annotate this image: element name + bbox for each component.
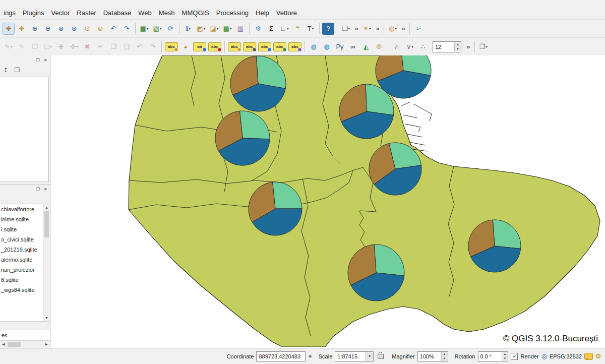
magnifier-spin[interactable]: 100% ▲▼ — [417, 351, 448, 361]
panel-collapse-icon[interactable]: ↥ — [1, 66, 10, 75]
menu-item-ings[interactable]: ings — [0, 8, 19, 18]
list-item[interactable]: alermo.sqlite — [0, 255, 43, 265]
field-calculator-icon[interactable]: ▥ — [234, 23, 247, 35]
toolbar2-overflow-icon[interactable]: » — [465, 41, 472, 53]
toggle-editing-icon[interactable]: ✎ — [16, 41, 28, 53]
close-panel-icon[interactable]: ✕ — [42, 186, 48, 192]
list-item[interactable]: _wgs84.sqlite — [0, 285, 43, 295]
magnet-snapping-icon[interactable]: ∩ — [391, 41, 403, 53]
menu-item-mesh[interactable]: Mesh — [155, 8, 178, 18]
tasks-icon[interactable]: ❂ — [595, 352, 601, 360]
zoom-to-layer-icon[interactable]: ⊚ — [94, 23, 106, 35]
scroll-up-icon[interactable]: ▲ — [43, 204, 50, 211]
map-tips-icon[interactable]: ❝ — [291, 23, 304, 35]
list-item[interactable]: _201219.sqlite — [0, 245, 43, 255]
delete-selected-icon[interactable]: ✖ — [81, 41, 93, 53]
browser-tree[interactable] — [0, 77, 49, 182]
file-list[interactable]: chiavalfortore.inime.sqlitei.sqliteo_civ… — [0, 204, 43, 321]
chevron-down-icon[interactable]: ▾ — [217, 27, 219, 31]
list-item[interactable]: 8.sqlite — [0, 275, 43, 285]
menu-item-raster[interactable]: Raster — [73, 8, 99, 18]
chevron-down-icon[interactable]: ▾ — [50, 45, 52, 49]
zoom-in-icon[interactable]: ⊕ — [29, 23, 41, 35]
paste-features-icon[interactable]: ❑ — [120, 41, 133, 53]
vertex-tool-icon[interactable]: ✜▾ — [68, 41, 80, 53]
chevron-down-icon[interactable]: ▾ — [160, 27, 162, 31]
refresh-map-icon[interactable]: ⟳ — [164, 23, 176, 35]
spin-down-icon[interactable]: ▼ — [442, 356, 448, 361]
identify-features-icon[interactable]: ℹ▾ — [182, 23, 194, 35]
toolbar-overflow-icon-3[interactable]: » — [400, 23, 407, 35]
open-attribute-table-icon[interactable]: ▤▾ — [221, 23, 233, 35]
deselect-features-icon[interactable]: ◪▾ — [208, 23, 220, 35]
snapping-mode-icon[interactable]: ∨▾ — [404, 41, 416, 53]
snapping-tolerance-spin[interactable]: 12▲▼ — [433, 41, 461, 52]
chevron-down-icon[interactable]: ▾ — [348, 27, 350, 31]
scroll-left-icon[interactable]: ◀ — [0, 341, 7, 348]
chevron-down-icon[interactable]: ▼ — [366, 352, 373, 361]
list-item[interactable]: inime.sqlite — [0, 214, 43, 224]
osm-search-icon[interactable]: ✇ — [373, 41, 385, 53]
add-feature-icon[interactable]: ✚ — [55, 41, 67, 53]
menu-item-database[interactable]: Database — [100, 8, 135, 18]
mmqgis-plugin-icon[interactable]: ◍▾ — [387, 23, 399, 35]
help-icon[interactable]: ? — [322, 23, 334, 35]
python-console-icon[interactable]: Py — [334, 41, 346, 53]
chevron-down-icon[interactable]: ▾ — [312, 27, 314, 31]
scale-combo[interactable]: 1:87415 ▼ — [335, 351, 374, 361]
undock-panel-icon[interactable]: ❐ — [35, 57, 41, 63]
chevron-down-icon[interactable]: ▾ — [189, 27, 191, 31]
scrollbar-thumb[interactable] — [44, 211, 49, 237]
cut-features-icon[interactable]: ✂ — [94, 41, 106, 53]
rotate-label-icon[interactable]: abc — [273, 42, 286, 51]
labeling-single-icon[interactable]: ab — [193, 42, 206, 51]
chevron-down-icon[interactable]: ▾ — [287, 27, 289, 31]
copy-features-tool-icon[interactable]: ❏▾ — [42, 41, 54, 53]
zoom-next-icon[interactable]: ↷ — [120, 23, 133, 35]
text-annotation-icon[interactable]: T▾ — [305, 23, 317, 35]
coordinate-input[interactable]: 889723,4220483 — [256, 351, 306, 361]
menu-item-plugins[interactable]: Plugins — [19, 8, 48, 18]
zoom-full-icon[interactable]: ⊛ — [68, 23, 80, 35]
lock-scale-icon[interactable] — [378, 354, 384, 359]
list-item[interactable]: es — [0, 330, 50, 340]
coordinate-capture-icon[interactable]: ⌖ — [308, 352, 312, 360]
undo-icon[interactable]: ↶ — [134, 41, 146, 53]
map-themes-icon[interactable]: ❏▾ — [340, 23, 352, 35]
metasearch-globe-icon[interactable]: ◍ — [308, 41, 320, 53]
search-binoculars-icon[interactable]: ∞ — [347, 41, 359, 53]
pan-to-selection-icon[interactable]: ✥ — [16, 23, 28, 35]
list-item[interactable]: nari_proiezior — [0, 265, 43, 275]
chevron-down-icon[interactable]: ▾ — [76, 45, 78, 49]
chevron-down-icon[interactable]: ▾ — [230, 27, 232, 31]
select-features-icon[interactable]: ◩▾ — [195, 23, 207, 35]
spin-up-icon[interactable]: ▲ — [442, 352, 448, 356]
save-edits-icon[interactable]: ❒ — [29, 41, 41, 53]
new-map-view-icon[interactable]: ▦▾ — [138, 23, 150, 35]
render-checkbox[interactable]: ✔ — [511, 353, 518, 360]
toolbar-overflow-icon-2[interactable]: » — [374, 23, 381, 35]
chevron-down-icon[interactable]: ▾ — [412, 45, 414, 49]
geonode-globe-icon[interactable]: ◍ — [321, 41, 333, 53]
menu-item-vector[interactable]: Vector — [48, 8, 74, 18]
menu-item-vettore[interactable]: Vettore — [273, 8, 300, 18]
plugin-wand-icon[interactable]: ✶▾ — [361, 23, 373, 35]
topological-editing-icon[interactable]: ∴ — [417, 41, 429, 53]
labeling-rule-icon[interactable]: abc — [208, 42, 221, 51]
processing-toolbox-icon[interactable]: ⚙ — [252, 23, 264, 35]
chevron-down-icon[interactable]: ▾ — [369, 27, 371, 31]
zoom-last-icon[interactable]: ↶ — [107, 23, 119, 35]
scroll-right-icon[interactable]: ▶ — [43, 341, 50, 348]
menu-item-processing[interactable]: Processing — [213, 8, 252, 18]
move-label-icon[interactable]: abc — [258, 42, 271, 51]
chevron-down-icon[interactable]: ▾ — [147, 27, 149, 31]
zoom-out-icon[interactable]: ⊖ — [42, 23, 54, 35]
measure-icon[interactable]: ∟▾ — [278, 23, 290, 35]
chevron-down-icon[interactable]: ▾ — [11, 45, 13, 49]
panel-filter-icon[interactable]: ❒ — [13, 66, 22, 75]
copy-features-icon[interactable]: ❐ — [107, 41, 119, 53]
toolbar-overflow-icon-1[interactable]: » — [353, 23, 360, 35]
share-export-icon[interactable]: ➢ — [412, 23, 425, 35]
menu-item-mmqgis[interactable]: MMQGIS — [178, 8, 213, 18]
spin-down-icon[interactable]: ▼ — [502, 356, 508, 361]
